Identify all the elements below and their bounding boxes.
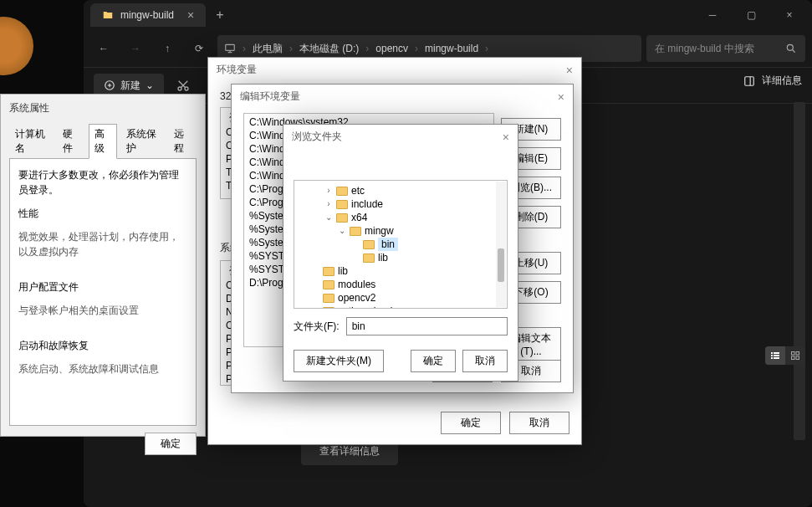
tree-node-label: bin <box>378 238 398 251</box>
details-toggle[interactable]: 详细信息 <box>743 74 802 88</box>
envvar-cancel-button[interactable]: 取消 <box>509 412 569 434</box>
chevron-icon[interactable]: ⌄ <box>324 211 333 224</box>
explorer-tab[interactable]: mingw-build × <box>90 3 206 27</box>
folder-label: 文件夹(F): <box>294 320 340 334</box>
tree-node[interactable]: opencv2 <box>294 291 507 305</box>
startup-title: 启动和故障恢复 <box>18 338 187 353</box>
folder-icon <box>323 280 335 289</box>
breadcrumb-separator: › <box>289 43 293 54</box>
folder-icon <box>363 240 375 249</box>
sysprops-ok-button[interactable]: 确定 <box>145 433 197 455</box>
folder-icon <box>323 294 335 303</box>
search-icon <box>785 43 797 54</box>
tree-node[interactable]: lib <box>294 251 507 264</box>
new-tab-button[interactable]: + <box>216 8 223 23</box>
system-properties-dialog: 系统属性 计算机名 硬件 高级 系统保护 远程 要进行大多数更改，你必须作为管理… <box>0 94 206 437</box>
editenv-titlebar: 编辑环境变量 × <box>232 84 573 109</box>
new-folder-button[interactable]: 新建文件夹(M) <box>294 350 384 372</box>
chevron-icon[interactable]: ⌄ <box>338 224 346 238</box>
startup-desc: 系统启动、系统故障和调试信息 <box>18 361 187 376</box>
tree-node[interactable]: python_loader <box>294 305 507 309</box>
new-button-label: 新建 <box>120 79 140 93</box>
svg-rect-5 <box>745 76 754 85</box>
chevron-down-icon: ⌄ <box>146 79 154 91</box>
tab-advanced[interactable]: 高级 <box>89 124 117 159</box>
folder-input[interactable] <box>346 317 508 335</box>
close-window-button[interactable]: × <box>770 2 809 28</box>
tree-node-label: include <box>351 197 383 211</box>
breadcrumb-item[interactable]: 本地磁盘 (D:) <box>299 42 359 56</box>
admin-note: 要进行大多数更改，你必须作为管理员登录。 <box>18 167 187 197</box>
minimize-button[interactable]: ─ <box>693 2 732 28</box>
search-input[interactable]: 在 mingw-build 中搜索 <box>646 35 805 62</box>
breadcrumb-separator: › <box>243 43 246 54</box>
nav-back-button[interactable]: ← <box>90 35 117 62</box>
folder-icon <box>336 200 348 209</box>
breadcrumb-item[interactable]: opencv <box>375 43 408 54</box>
tree-node[interactable]: bin <box>294 238 507 251</box>
svg-rect-12 <box>792 352 795 356</box>
nav-up-button[interactable]: ↑ <box>154 35 181 62</box>
folder-icon <box>336 187 348 196</box>
tree-node-label: python_loader <box>338 305 401 309</box>
svg-rect-6 <box>771 352 773 354</box>
tree-node[interactable]: ›etc <box>294 184 507 197</box>
tree-node[interactable]: modules <box>294 278 507 291</box>
envvar-ok-button[interactable]: 确定 <box>441 412 501 434</box>
browse-folder-dialog: 浏览文件夹 × ›etc›include⌄x64⌄mingwbinliblibm… <box>283 124 518 382</box>
tab-computer-name[interactable]: 计算机名 <box>9 124 54 159</box>
browse-cancel-button[interactable]: 取消 <box>462 350 508 372</box>
userprofile-desc: 与登录帐户相关的桌面设置 <box>18 303 187 318</box>
view-toggle <box>765 346 805 365</box>
breadcrumb-item[interactable]: 此电脑 <box>253 42 283 56</box>
breadcrumb-separator: › <box>365 43 369 54</box>
tab-hardware[interactable]: 硬件 <box>57 124 85 159</box>
tree-node-label: lib <box>378 251 388 264</box>
chevron-icon[interactable]: › <box>324 184 333 197</box>
browse-ok-button[interactable]: 确定 <box>411 350 456 372</box>
cut-icon[interactable] <box>176 78 191 93</box>
tree-node-label: x64 <box>351 211 367 224</box>
close-tab-icon[interactable]: × <box>187 8 194 22</box>
close-icon[interactable]: × <box>503 131 509 144</box>
folder-icon <box>102 9 114 21</box>
tab-system-protection[interactable]: 系统保护 <box>120 124 165 159</box>
svg-rect-11 <box>774 357 779 359</box>
tree-node[interactable]: ⌄x64 <box>294 211 507 224</box>
maximize-button[interactable]: ▢ <box>732 2 770 28</box>
performance-title: 性能 <box>18 206 187 221</box>
sysprops-title: 系统属性 <box>9 101 197 115</box>
breadcrumb-item[interactable]: mingw-build <box>425 43 478 54</box>
svg-point-1 <box>787 44 793 50</box>
view-list-button[interactable] <box>765 346 785 365</box>
svg-rect-7 <box>771 355 773 356</box>
nav-forward-button[interactable]: → <box>122 35 149 62</box>
tree-node[interactable]: ⌄mingw <box>294 224 507 238</box>
close-icon[interactable]: × <box>558 90 564 104</box>
tree-node-label: mingw <box>365 224 394 238</box>
browse-titlebar: 浏览文件夹 × <box>283 125 518 149</box>
sysprops-body: 要进行大多数更改，你必须作为管理员登录。 性能 视觉效果，处理器计划，内存使用，… <box>9 158 197 426</box>
svg-rect-0 <box>226 44 235 50</box>
tree-node[interactable]: ›include <box>294 197 507 211</box>
tree-node-label: lib <box>338 264 348 278</box>
chevron-icon[interactable]: › <box>324 197 333 211</box>
svg-rect-15 <box>796 356 799 360</box>
svg-rect-10 <box>774 355 779 356</box>
view-grid-button[interactable] <box>785 346 805 365</box>
scrollbar-thumb[interactable] <box>498 248 504 282</box>
folder-tree[interactable]: ›etc›include⌄x64⌄mingwbinliblibmodulesop… <box>294 180 508 309</box>
svg-rect-9 <box>774 352 779 354</box>
folder-icon <box>363 254 375 263</box>
close-icon[interactable]: × <box>566 64 573 77</box>
tree-node[interactable]: lib <box>294 264 507 278</box>
monitor-icon <box>224 43 236 54</box>
tree-node-label: etc <box>351 184 365 197</box>
tree-scrollbar[interactable] <box>496 182 506 307</box>
breadcrumb-separator: › <box>485 43 488 54</box>
svg-rect-14 <box>792 356 795 360</box>
performance-desc: 视觉效果，处理器计划，内存使用，以及虚拟内存 <box>18 229 187 259</box>
breadcrumb-separator: › <box>415 43 418 54</box>
search-placeholder: 在 mingw-build 中搜索 <box>655 42 754 56</box>
tab-remote[interactable]: 远程 <box>168 124 197 159</box>
